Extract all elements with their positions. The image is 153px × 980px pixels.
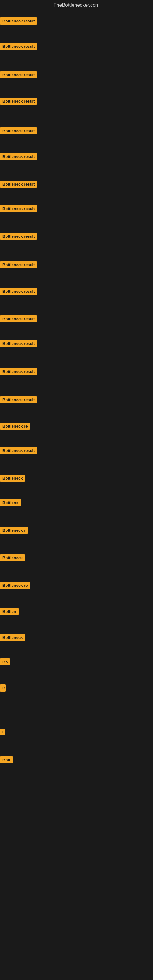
bottleneck-item-1: Bottleneck result: [0, 18, 37, 26]
bottleneck-badge-26[interactable]: B: [0, 684, 5, 692]
bottleneck-item-19: Bottlene: [0, 499, 21, 508]
bottleneck-item-4: Bottleneck result: [0, 98, 37, 106]
bottleneck-badge-14[interactable]: Bottleneck result: [0, 368, 37, 375]
bottleneck-badge-2[interactable]: Bottleneck result: [0, 43, 37, 50]
bottleneck-item-10: Bottleneck result: [0, 261, 37, 269]
bottleneck-badge-27[interactable]: I: [0, 729, 5, 735]
bottleneck-badge-28[interactable]: Bott: [0, 756, 13, 764]
bottleneck-item-3: Bottleneck result: [0, 72, 37, 80]
bottleneck-badge-18[interactable]: Bottleneck: [0, 475, 25, 482]
bottleneck-badge-5[interactable]: Bottleneck result: [0, 127, 37, 134]
bottleneck-badge-20[interactable]: Bottleneck r: [0, 527, 28, 534]
bottleneck-item-26: B: [0, 684, 5, 693]
bottleneck-item-12: Bottleneck result: [0, 315, 37, 324]
bottleneck-badge-25[interactable]: Bo: [0, 659, 10, 665]
bottleneck-badge-21[interactable]: Bottleneck: [0, 554, 25, 562]
site-title-container: TheBottlenecker.com: [0, 0, 153, 9]
bottleneck-badge-15[interactable]: Bottleneck result: [0, 396, 37, 403]
bottleneck-badge-6[interactable]: Bottleneck result: [0, 153, 37, 160]
bottleneck-item-27: I: [0, 729, 5, 736]
bottleneck-badge-9[interactable]: Bottleneck result: [0, 233, 37, 240]
bottleneck-badge-17[interactable]: Bottleneck result: [0, 447, 37, 454]
site-title: TheBottlenecker.com: [0, 0, 153, 9]
bottleneck-item-8: Bottleneck result: [0, 205, 37, 213]
bottleneck-item-21: Bottleneck: [0, 554, 25, 563]
bottleneck-badge-16[interactable]: Bottleneck re: [0, 423, 30, 430]
bottleneck-item-24: Bottleneck: [0, 634, 25, 642]
bottleneck-item-2: Bottleneck result: [0, 43, 37, 51]
bottleneck-item-6: Bottleneck result: [0, 153, 37, 161]
bottleneck-badge-8[interactable]: Bottleneck result: [0, 205, 37, 212]
bottleneck-item-22: Bottleneck re: [0, 582, 30, 590]
bottleneck-badge-24[interactable]: Bottleneck: [0, 634, 25, 641]
bottleneck-item-20: Bottleneck r: [0, 527, 28, 535]
bottleneck-item-5: Bottleneck result: [0, 127, 37, 136]
bottleneck-item-13: Bottleneck result: [0, 340, 37, 348]
bottleneck-badge-3[interactable]: Bottleneck result: [0, 72, 37, 78]
bottleneck-item-15: Bottleneck result: [0, 396, 37, 404]
bottleneck-item-11: Bottleneck result: [0, 288, 37, 296]
bottleneck-item-7: Bottleneck result: [0, 181, 37, 189]
bottleneck-badge-13[interactable]: Bottleneck result: [0, 340, 37, 347]
bottleneck-badge-22[interactable]: Bottleneck re: [0, 582, 30, 589]
bottleneck-item-25: Bo: [0, 659, 10, 667]
bottleneck-item-28: Bott: [0, 756, 13, 765]
bottleneck-item-16: Bottleneck re: [0, 423, 30, 431]
bottleneck-badge-12[interactable]: Bottleneck result: [0, 315, 37, 323]
bottleneck-item-9: Bottleneck result: [0, 233, 37, 241]
bottleneck-item-17: Bottleneck result: [0, 447, 37, 455]
bottleneck-badge-19[interactable]: Bottlene: [0, 499, 21, 506]
bottleneck-badge-4[interactable]: Bottleneck result: [0, 98, 37, 105]
bottleneck-badge-1[interactable]: Bottleneck result: [0, 18, 37, 24]
bottleneck-item-23: Bottlen: [0, 608, 19, 616]
bottleneck-badge-7[interactable]: Bottleneck result: [0, 181, 37, 188]
bottleneck-badge-10[interactable]: Bottleneck result: [0, 261, 37, 268]
bottleneck-badge-23[interactable]: Bottlen: [0, 608, 19, 615]
bottleneck-item-18: Bottleneck: [0, 475, 25, 483]
bottleneck-badge-11[interactable]: Bottleneck result: [0, 288, 37, 295]
bottleneck-item-14: Bottleneck result: [0, 368, 37, 376]
